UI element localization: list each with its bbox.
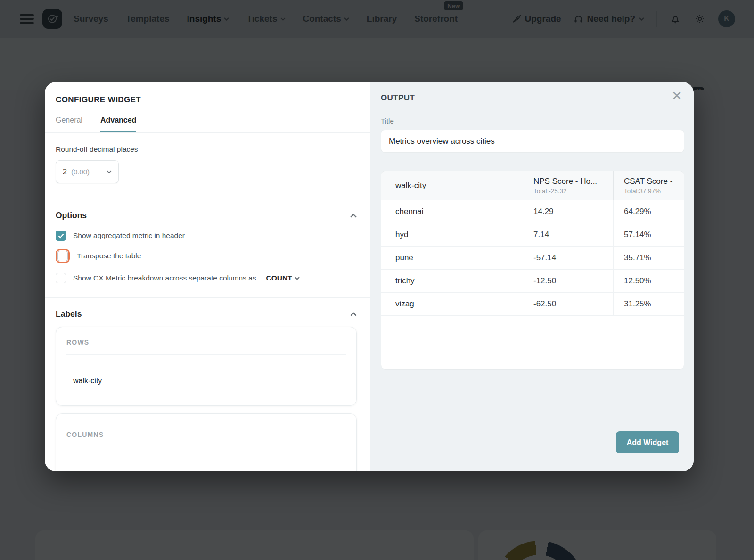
nps-value: -57.14 bbox=[523, 247, 613, 269]
columns-card: COLUMNS bbox=[56, 413, 357, 471]
nps-value: -62.50 bbox=[523, 293, 613, 315]
divider bbox=[66, 447, 346, 447]
round-off-hint: (0.00) bbox=[71, 168, 90, 176]
output-heading: OUTPUT bbox=[381, 93, 684, 103]
widget-title-input[interactable] bbox=[381, 130, 684, 153]
table-header-row: walk-city NPS Score - Ho... Total:-25.32… bbox=[381, 171, 684, 200]
rows-card: ROWS walk-city bbox=[56, 327, 357, 406]
option-row-metric-breakdown: Show CX Metric breakdown across separate… bbox=[56, 273, 357, 283]
output-panel: OUTPUT ✕ Title walk-city NPS Score - Ho.… bbox=[370, 82, 694, 471]
csat-value: 57.14% bbox=[613, 223, 684, 246]
csat-value: 31.25% bbox=[613, 293, 684, 315]
option-label: Show aggregated metric in header bbox=[73, 231, 185, 240]
table-row: trichy -12.50 12.50% bbox=[381, 270, 684, 293]
table-column-header-csat[interactable]: CSAT Score - Total:37.97% bbox=[613, 171, 684, 200]
highlight-ring bbox=[56, 249, 70, 263]
round-off-label: Round-off decimal places bbox=[56, 145, 357, 154]
chevron-up-icon bbox=[350, 312, 357, 316]
configure-widget-modal: CONFIGURE WIDGET General Advanced Round-… bbox=[45, 82, 694, 471]
nps-value: -12.50 bbox=[523, 270, 613, 292]
close-icon[interactable]: ✕ bbox=[672, 90, 682, 103]
rows-item-walk-city[interactable]: walk-city bbox=[73, 377, 346, 385]
labels-section-header[interactable]: Labels bbox=[56, 309, 357, 319]
checkbox-unchecked[interactable] bbox=[56, 273, 66, 283]
tab-advanced[interactable]: Advanced bbox=[100, 116, 136, 132]
row-label: hyd bbox=[381, 230, 523, 239]
round-off-select[interactable]: 2 (0.00) bbox=[56, 160, 119, 183]
config-tabs: General Advanced bbox=[56, 116, 357, 132]
count-dropdown[interactable]: COUNT bbox=[266, 274, 300, 282]
options-heading: Options bbox=[56, 211, 87, 221]
nps-value: 14.29 bbox=[523, 200, 613, 223]
divider bbox=[45, 297, 370, 298]
chevron-down-icon bbox=[107, 170, 112, 173]
table-row: pune -57.14 35.71% bbox=[381, 247, 684, 270]
csat-value: 35.71% bbox=[613, 247, 684, 269]
chevron-up-icon bbox=[350, 214, 357, 218]
output-table-card: walk-city NPS Score - Ho... Total:-25.32… bbox=[381, 171, 684, 370]
nps-value: 7.14 bbox=[523, 223, 613, 246]
check-icon bbox=[58, 233, 64, 239]
round-off-value: 2 bbox=[63, 168, 67, 176]
table-row: vizag -62.50 31.25% bbox=[381, 293, 684, 316]
configure-panel: CONFIGURE WIDGET General Advanced Round-… bbox=[45, 82, 370, 471]
configure-widget-title: CONFIGURE WIDGET bbox=[56, 95, 357, 105]
divider bbox=[66, 354, 346, 355]
options-section-header[interactable]: Options bbox=[56, 211, 357, 221]
row-label: chennai bbox=[381, 207, 523, 216]
chevron-down-icon bbox=[295, 277, 300, 280]
add-widget-button[interactable]: Add Widget bbox=[616, 431, 679, 453]
table-row: hyd 7.14 57.14% bbox=[381, 223, 684, 247]
table-body: chennai 14.29 64.29% hyd 7.14 57.14% pun… bbox=[381, 200, 684, 316]
option-row-aggregated-metric: Show aggregated metric in header bbox=[56, 231, 357, 241]
checkbox-unchecked[interactable] bbox=[57, 251, 68, 261]
checkbox-checked[interactable] bbox=[56, 231, 66, 241]
title-label: Title bbox=[381, 117, 684, 125]
option-label: Show CX Metric breakdown across separate… bbox=[73, 274, 256, 282]
rows-heading: ROWS bbox=[66, 338, 346, 346]
divider bbox=[45, 199, 370, 199]
row-label: vizag bbox=[381, 299, 523, 309]
table-row: chennai 14.29 64.29% bbox=[381, 200, 684, 223]
columns-heading: COLUMNS bbox=[66, 431, 346, 438]
option-row-transpose: Transpose the table bbox=[56, 249, 357, 263]
option-label: Transpose the table bbox=[77, 252, 141, 260]
labels-heading: Labels bbox=[56, 309, 82, 319]
divider bbox=[45, 132, 370, 133]
table-corner-header: walk-city bbox=[381, 171, 523, 200]
csat-value: 64.29% bbox=[613, 200, 684, 223]
row-label: trichy bbox=[381, 276, 523, 286]
csat-value: 12.50% bbox=[613, 270, 684, 292]
table-column-header-nps[interactable]: NPS Score - Ho... Total:-25.32 bbox=[523, 171, 613, 200]
row-label: pune bbox=[381, 253, 523, 263]
tab-general[interactable]: General bbox=[56, 116, 82, 132]
